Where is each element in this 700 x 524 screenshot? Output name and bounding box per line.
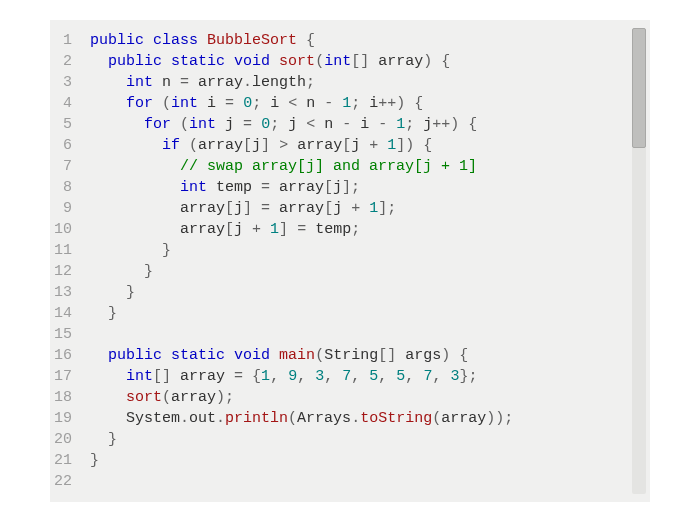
code-line: 15 (50, 324, 650, 345)
line-content: if (array[j] > array[j + 1]) { (90, 135, 650, 156)
line-number: 20 (50, 429, 90, 450)
line-content: } (90, 303, 650, 324)
line-content: for (int j = 0; j < n - i - 1; j++) { (90, 114, 650, 135)
line-content (90, 324, 650, 345)
line-number: 5 (50, 114, 90, 135)
line-content: } (90, 282, 650, 303)
code-line: 22 (50, 471, 650, 492)
line-content (90, 471, 650, 492)
line-content: } (90, 450, 650, 471)
code-line: 13 } (50, 282, 650, 303)
code-line: 16 public static void main(String[] args… (50, 345, 650, 366)
line-number: 14 (50, 303, 90, 324)
code-line: 12 } (50, 261, 650, 282)
line-number: 6 (50, 135, 90, 156)
code-line: 8 int temp = array[j]; (50, 177, 650, 198)
line-content: System.out.println(Arrays.toString(array… (90, 408, 650, 429)
line-number: 17 (50, 366, 90, 387)
code-line: 17 int[] array = {1, 9, 3, 7, 5, 5, 7, 3… (50, 366, 650, 387)
code-line: 11 } (50, 240, 650, 261)
line-content: public static void main(String[] args) { (90, 345, 650, 366)
code-line: 18 sort(array); (50, 387, 650, 408)
code-line: 3 int n = array.length; (50, 72, 650, 93)
code-line: 5 for (int j = 0; j < n - i - 1; j++) { (50, 114, 650, 135)
line-number: 11 (50, 240, 90, 261)
line-number: 10 (50, 219, 90, 240)
line-number: 15 (50, 324, 90, 345)
code-block: 1public class BubbleSort {2 public stati… (50, 20, 650, 502)
code-line: 9 array[j] = array[j + 1]; (50, 198, 650, 219)
line-content: array[j] = array[j + 1]; (90, 198, 650, 219)
line-number: 21 (50, 450, 90, 471)
line-number: 19 (50, 408, 90, 429)
line-content: int temp = array[j]; (90, 177, 650, 198)
line-number: 4 (50, 93, 90, 114)
line-content: for (int i = 0; i < n - 1; i++) { (90, 93, 650, 114)
line-number: 12 (50, 261, 90, 282)
line-content: public static void sort(int[] array) { (90, 51, 650, 72)
code-line: 20 } (50, 429, 650, 450)
code-line: 10 array[j + 1] = temp; (50, 219, 650, 240)
line-number: 7 (50, 156, 90, 177)
code-line: 21} (50, 450, 650, 471)
line-number: 16 (50, 345, 90, 366)
line-content: } (90, 240, 650, 261)
code-line: 4 for (int i = 0; i < n - 1; i++) { (50, 93, 650, 114)
code-line: 19 System.out.println(Arrays.toString(ar… (50, 408, 650, 429)
line-number: 1 (50, 30, 90, 51)
line-content: } (90, 429, 650, 450)
line-number: 22 (50, 471, 90, 492)
code-line: 7 // swap array[j] and array[j + 1] (50, 156, 650, 177)
code-line: 2 public static void sort(int[] array) { (50, 51, 650, 72)
line-content: } (90, 261, 650, 282)
line-content: public class BubbleSort { (90, 30, 650, 51)
line-content: int[] array = {1, 9, 3, 7, 5, 5, 7, 3}; (90, 366, 650, 387)
line-number: 2 (50, 51, 90, 72)
line-number: 13 (50, 282, 90, 303)
line-content: int n = array.length; (90, 72, 650, 93)
line-number: 9 (50, 198, 90, 219)
line-number: 3 (50, 72, 90, 93)
scrollbar-thumb[interactable] (632, 28, 646, 148)
line-number: 8 (50, 177, 90, 198)
line-content: // swap array[j] and array[j + 1] (90, 156, 650, 177)
line-number: 18 (50, 387, 90, 408)
code-line: 14 } (50, 303, 650, 324)
line-content: sort(array); (90, 387, 650, 408)
code-line: 1public class BubbleSort { (50, 30, 650, 51)
line-content: array[j + 1] = temp; (90, 219, 650, 240)
code-line: 6 if (array[j] > array[j + 1]) { (50, 135, 650, 156)
